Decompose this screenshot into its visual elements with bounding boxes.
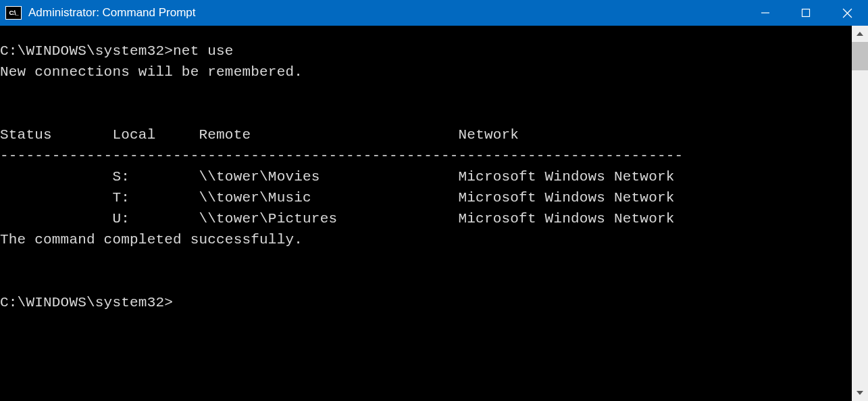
svg-rect-1 <box>802 9 810 17</box>
table-header: Status Local Remote Network <box>0 124 852 145</box>
blank-line <box>0 271 852 292</box>
blank-line <box>0 250 852 271</box>
scroll-down-button[interactable] <box>852 385 868 401</box>
titlebar[interactable]: Administrator: Command Prompt <box>0 0 868 26</box>
cmd-icon <box>5 6 22 20</box>
divider-line: ----------------------------------------… <box>0 145 852 166</box>
terminal-output[interactable]: C:\WINDOWS\system32>net useNew connectio… <box>0 26 852 401</box>
blank-line <box>0 103 852 124</box>
table-row: U: \\tower\Pictures Microsoft Windows Ne… <box>0 208 852 229</box>
output-line: New connections will be remembered. <box>0 62 852 82</box>
scroll-thumb[interactable] <box>852 42 868 70</box>
window-title: Administrator: Command Prompt <box>28 6 745 20</box>
command-text: net use <box>173 43 234 59</box>
close-button[interactable] <box>826 0 868 26</box>
prompt-line: C:\WINDOWS\system32> <box>0 292 852 313</box>
minimize-button[interactable] <box>745 0 786 26</box>
table-row: S: \\tower\Movies Microsoft Windows Netw… <box>0 166 852 187</box>
prompt-line: C:\WINDOWS\system32>net use <box>0 41 852 62</box>
header-network: Network <box>459 127 519 143</box>
header-remote: Remote <box>199 127 458 143</box>
header-status: Status <box>0 127 112 143</box>
maximize-button[interactable] <box>786 0 826 26</box>
blank-line <box>0 82 852 103</box>
vertical-scrollbar[interactable] <box>852 26 868 401</box>
output-line: The command completed successfully. <box>0 229 852 250</box>
prompt-text: C:\WINDOWS\system32> <box>0 43 173 59</box>
table-row: T: \\tower\Music Microsoft Windows Netwo… <box>0 187 852 208</box>
scroll-up-button[interactable] <box>852 26 868 42</box>
window-controls <box>745 0 868 26</box>
header-local: Local <box>112 127 199 143</box>
